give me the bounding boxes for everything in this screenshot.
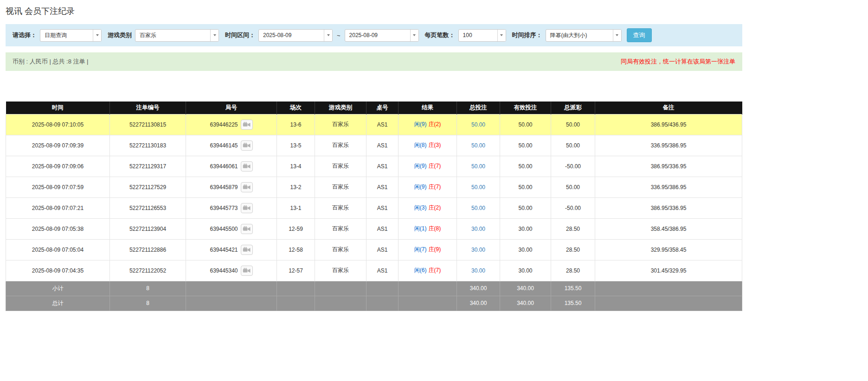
cell-payout: 50.00 xyxy=(551,114,595,135)
cell-round: 639446061 xyxy=(186,156,277,177)
video-replay-button[interactable] xyxy=(241,161,253,171)
cell-time: 2025-08-09 07:04:35 xyxy=(6,260,110,281)
currency-summary-text: 币别 : 人民币 | 总共 :8 注单 | xyxy=(13,57,89,66)
cell-session: 13-5 xyxy=(277,135,315,156)
date-to-input[interactable]: 2025-08-09 xyxy=(345,29,419,42)
cell-valid-bet: 50.00 xyxy=(500,177,551,197)
cell-total-bet: 30.00 xyxy=(457,260,500,281)
cell-total-bet: 50.00 xyxy=(457,156,500,177)
cell-result: 闲(6)庄(7) xyxy=(399,260,457,281)
page-size-label: 每页笔数： xyxy=(425,31,455,39)
total-bet-link[interactable]: 50.00 xyxy=(471,121,485,128)
header-session: 场次 xyxy=(277,102,315,114)
video-camera-icon xyxy=(243,184,251,190)
round-number: 639445773 xyxy=(210,205,238,211)
result-banker: 庄(2) xyxy=(429,121,441,127)
cell-session: 12-57 xyxy=(277,260,315,281)
cell-valid-bet: 30.00 xyxy=(500,239,551,260)
video-replay-button[interactable] xyxy=(241,120,253,130)
cell-round: 639446225 xyxy=(186,114,277,135)
sort-order-select[interactable]: 降幂(由大到小) xyxy=(546,29,622,42)
summary-bar: 币别 : 人民币 | 总共 :8 注单 | 同局有效投注，统一计算在该局第一张注… xyxy=(6,52,742,71)
cell-game-type: 百家乐 xyxy=(315,197,366,218)
date-mode-select[interactable]: 日期查询 xyxy=(40,29,102,42)
notice-text: 同局有效投注，统一计算在该局第一张注单 xyxy=(621,57,735,66)
cell-time: 2025-08-09 07:05:04 xyxy=(6,239,110,260)
cell-remark: 336.95/386.95 xyxy=(595,177,742,197)
cell-total-bet: 50.00 xyxy=(457,197,500,218)
table-row: 2025-08-09 07:07:21 522721126553 6394457… xyxy=(6,197,742,218)
grand-total-total-bet: 340.00 xyxy=(457,296,500,311)
chevron-down-icon xyxy=(497,30,506,41)
cell-remark: 386.95/336.95 xyxy=(595,197,742,218)
result-banker: 庄(2) xyxy=(429,204,441,211)
total-bet-link[interactable]: 30.00 xyxy=(471,267,485,274)
header-total-bet: 总投注 xyxy=(457,102,500,114)
page-size-value: 100 xyxy=(459,30,497,41)
chevron-down-icon xyxy=(613,30,621,41)
cell-game-type: 百家乐 xyxy=(315,177,366,197)
video-camera-icon xyxy=(243,247,251,253)
game-type-select[interactable]: 百家乐 xyxy=(135,29,219,42)
page-size-input[interactable]: 100 xyxy=(458,29,506,42)
cell-payout: 50.00 xyxy=(551,135,595,156)
cell-result: 闲(9)庄(2) xyxy=(399,114,457,135)
header-bet-id: 注单编号 xyxy=(110,102,186,114)
chevron-down-icon xyxy=(324,30,332,41)
video-replay-button[interactable] xyxy=(241,203,253,213)
subtotal-valid-bet: 340.00 xyxy=(500,281,551,296)
subtotal-count: 8 xyxy=(110,281,186,296)
cell-game-type: 百家乐 xyxy=(315,218,366,239)
cell-round: 639445773 xyxy=(186,197,277,218)
header-payout: 总派彩 xyxy=(551,102,595,114)
cell-time: 2025-08-09 07:05:38 xyxy=(6,218,110,239)
total-bet-link[interactable]: 50.00 xyxy=(471,142,485,149)
video-replay-button[interactable] xyxy=(241,140,253,151)
header-game-type: 游戏类别 xyxy=(315,102,366,114)
cell-session: 13-2 xyxy=(277,177,315,197)
subtotal-label: 小计 xyxy=(6,281,110,296)
video-replay-button[interactable] xyxy=(241,245,253,255)
table-row: 2025-08-09 07:04:35 522721122052 6394453… xyxy=(6,260,742,281)
cell-game-type: 百家乐 xyxy=(315,114,366,135)
cell-game-type: 百家乐 xyxy=(315,156,366,177)
table-row: 2025-08-09 07:07:59 522721127529 6394458… xyxy=(6,177,742,197)
total-bet-link[interactable]: 50.00 xyxy=(471,184,485,190)
cell-valid-bet: 30.00 xyxy=(500,218,551,239)
header-table-no: 桌号 xyxy=(366,102,399,114)
result-banker: 庄(8) xyxy=(429,225,441,232)
cell-session: 13-4 xyxy=(277,156,315,177)
cell-round: 639445340 xyxy=(186,260,277,281)
total-bet-link[interactable]: 30.00 xyxy=(471,226,485,232)
total-bet-link[interactable]: 30.00 xyxy=(471,247,485,253)
cell-result: 闲(9)庄(7) xyxy=(399,177,457,197)
cell-table-no: AS1 xyxy=(366,197,399,218)
cell-bet-id: 522721130815 xyxy=(110,114,186,135)
cell-session: 13-1 xyxy=(277,197,315,218)
cell-result: 闲(3)庄(2) xyxy=(399,197,457,218)
game-type-value: 百家乐 xyxy=(135,30,210,41)
video-replay-button[interactable] xyxy=(241,182,253,192)
search-button[interactable]: 查询 xyxy=(627,28,652,42)
game-type-label: 游戏类别 xyxy=(108,31,132,39)
cell-bet-id: 522721122052 xyxy=(110,260,186,281)
cell-result: 闲(1)庄(8) xyxy=(399,218,457,239)
cell-valid-bet: 50.00 xyxy=(500,114,551,135)
date-from-input[interactable]: 2025-08-09 xyxy=(258,29,333,42)
cell-time: 2025-08-09 07:09:06 xyxy=(6,156,110,177)
date-to-value: 2025-08-09 xyxy=(345,30,410,41)
cell-table-no: AS1 xyxy=(366,260,399,281)
cell-time: 2025-08-09 07:09:39 xyxy=(6,135,110,156)
result-player: 闲(1) xyxy=(414,225,427,232)
video-replay-button[interactable] xyxy=(241,224,253,234)
cell-remark: 336.95/386.95 xyxy=(595,135,742,156)
chevron-down-icon xyxy=(93,30,101,41)
total-bet-link[interactable]: 50.00 xyxy=(471,205,485,211)
video-replay-button[interactable] xyxy=(241,266,253,276)
cell-valid-bet: 50.00 xyxy=(500,197,551,218)
table-header-row: 时间 注单编号 局号 场次 游戏类别 桌号 结果 总投注 有效投注 总派彩 备注 xyxy=(6,102,742,114)
result-player: 闲(9) xyxy=(414,121,427,127)
cell-total-bet: 30.00 xyxy=(457,218,500,239)
video-camera-icon xyxy=(243,121,251,128)
total-bet-link[interactable]: 50.00 xyxy=(471,163,485,170)
